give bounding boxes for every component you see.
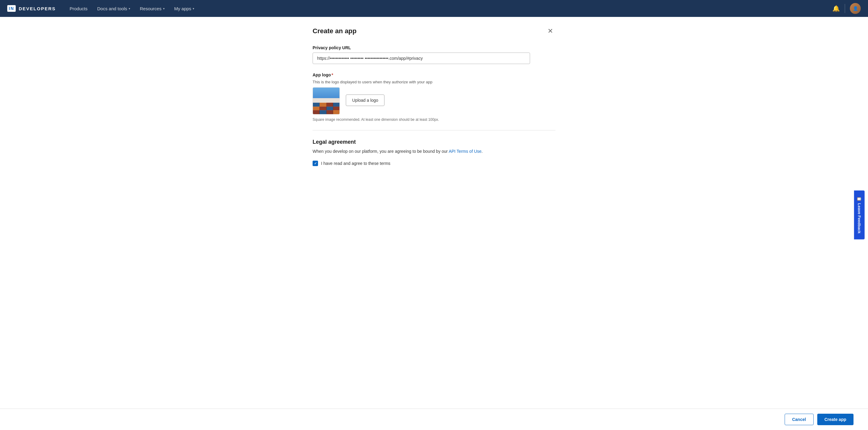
privacy-policy-input[interactable] [313,53,530,64]
avatar-placeholder: 👤 [853,6,858,11]
chevron-down-icon: ▾ [163,7,164,10]
logo-upload-area: Upload a logo [313,87,555,115]
nav-links: Products Docs and tools ▾ Resources ▾ My… [65,4,832,13]
logo-preview [313,87,340,115]
avatar[interactable]: 👤 [850,3,861,14]
brand-text: DEVELOPERS [19,6,56,11]
linkedin-logo: in [7,5,16,12]
form-footer: Cancel Create app [0,408,868,430]
nav-divider [845,4,845,13]
app-logo-field: App logo * This is the logo displayed to… [313,72,555,122]
privacy-policy-field: Privacy policy URL [313,45,555,64]
page-wrapper: Create an app ✕ Privacy policy URL App l… [0,17,868,430]
agree-checkbox[interactable]: ✓ [313,161,318,166]
form-header: Create an app ✕ [313,27,555,36]
nav-item-docs[interactable]: Docs and tools ▾ [93,4,134,13]
section-divider [313,130,555,130]
brand[interactable]: in DEVELOPERS [7,5,56,12]
logo-hint: Square image recommended. At least one d… [313,118,555,122]
legal-agreement-title: Legal agreement [313,139,555,145]
nav-item-products[interactable]: Products [65,4,92,13]
required-star: * [332,72,333,77]
privacy-policy-label: Privacy policy URL [313,45,555,50]
form-title: Create an app [313,27,357,35]
app-logo-description: This is the logo displayed to users when… [313,80,555,84]
legal-agreement-description: When you develop on our platform, you ar… [313,148,555,155]
api-terms-link[interactable]: API Terms of Use [449,149,482,154]
chevron-down-icon: ▾ [193,7,194,10]
navbar-right: 🔔 👤 [832,3,861,14]
feedback-tab[interactable]: 📋 Leave Feedback [854,190,864,240]
close-button[interactable]: ✕ [545,27,555,36]
feedback-icon: 📋 [857,196,861,202]
feedback-label: Leave Feedback [857,203,861,234]
agree-checkbox-row: ✓ I have read and agree to these terms [313,161,555,166]
agree-checkbox-label: I have read and agree to these terms [321,161,391,166]
navbar: in DEVELOPERS Products Docs and tools ▾ … [0,0,868,17]
create-app-button[interactable]: Create app [817,414,854,425]
cancel-button[interactable]: Cancel [785,414,814,425]
nav-item-resources[interactable]: Resources ▾ [135,4,169,13]
legal-agreement-section: Legal agreement When you develop on our … [313,139,555,166]
nav-item-myapps[interactable]: My apps ▾ [170,4,199,13]
form-panel: Create an app ✕ Privacy policy URL App l… [298,17,570,430]
app-logo-label: App logo * [313,72,555,77]
checkmark-icon: ✓ [314,162,317,165]
chevron-down-icon: ▾ [129,7,130,10]
upload-logo-button[interactable]: Upload a logo [346,94,384,106]
notification-bell-icon[interactable]: 🔔 [832,5,840,12]
